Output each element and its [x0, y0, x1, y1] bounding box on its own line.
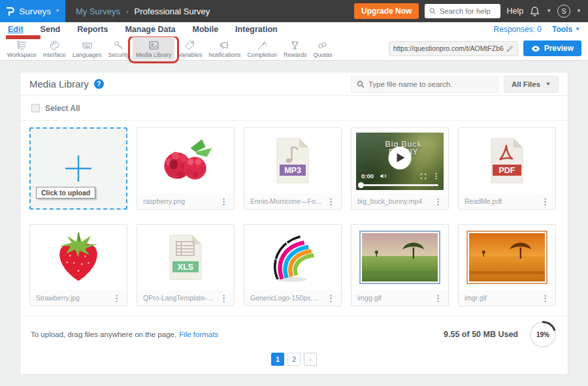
help-search-input[interactable]: [440, 7, 497, 15]
page-title: Media Library: [29, 78, 89, 89]
user-avatar[interactable]: S: [557, 5, 570, 18]
video-progress-bar[interactable]: [361, 184, 438, 186]
panel-header-actions: All Files ▼: [351, 76, 559, 93]
storage-percent: 19%: [529, 320, 557, 349]
tool-variables[interactable]: Variables: [174, 38, 205, 59]
tool-languages[interactable]: Languages: [69, 38, 105, 59]
play-button[interactable]: [389, 146, 412, 169]
tool-notifications[interactable]: Notifications: [205, 38, 244, 59]
tool-rewards[interactable]: Rewards: [280, 38, 310, 59]
video-controls: 0:00 ⋮: [361, 172, 440, 180]
palette-icon: [49, 40, 60, 51]
surveys-menu[interactable]: Surveys ▼: [0, 0, 65, 22]
file-name: imgg.gif: [357, 294, 430, 302]
kebab-menu-icon[interactable]: ⋮: [537, 294, 553, 302]
megaphone-icon: [219, 40, 230, 51]
media-tile-strawberry[interactable]: Strawberry.jpg ⋮: [29, 224, 127, 306]
help-link[interactable]: Help: [506, 7, 523, 16]
upload-tile[interactable]: Click to upload: [29, 127, 127, 210]
fullscreen-icon[interactable]: [420, 173, 427, 180]
kebab-menu-icon[interactable]: ⋮: [323, 197, 339, 206]
breadcrumb-my-surveys[interactable]: My Surveys: [76, 7, 120, 16]
survey-nav-tabs: Edit Send Reports Manage Data Mobile Int…: [8, 25, 278, 34]
page-button-2[interactable]: 2: [287, 353, 301, 366]
nav-tab-manage-data[interactable]: Manage Data: [125, 25, 175, 34]
breadcrumb-current-survey: Professional Survey: [135, 7, 210, 16]
file-formats-link[interactable]: File formats: [179, 330, 218, 338]
video-time: 0:00: [361, 172, 374, 180]
nav-right: Responses: 0 Tools▼: [494, 25, 580, 34]
xls-file-thumbnail: XLS: [137, 225, 234, 290]
chevron-down-icon: ▼: [55, 8, 60, 14]
file-name: ReadMe.pdf: [465, 197, 537, 205]
all-files-filter[interactable]: All Files ▼: [504, 76, 559, 93]
pdf-file-thumbnail: PDF: [459, 128, 555, 193]
nav-tab-integration[interactable]: Integration: [235, 25, 278, 34]
help-question-icon[interactable]: ?: [94, 79, 104, 89]
magic-wand-icon: [257, 40, 268, 51]
media-tile-mp3[interactable]: MP3 Ennio-Morricone---For-A-... ⋮: [244, 127, 342, 210]
kebab-menu-icon[interactable]: ⋮: [216, 294, 232, 302]
notifications-bell-icon[interactable]: [529, 6, 540, 17]
survey-url-input[interactable]: [393, 44, 504, 52]
preview-button[interactable]: Preview: [523, 40, 581, 56]
page-button-1[interactable]: 1: [271, 353, 284, 366]
video-progress-knob[interactable]: [358, 182, 364, 188]
file-name: raspberry.png: [143, 197, 216, 205]
tool-completion[interactable]: Completion: [244, 38, 280, 59]
tool-security[interactable]: Security: [105, 38, 133, 59]
media-tile-xls[interactable]: XLS QPro-LangTemplate-April... ⋮: [137, 224, 235, 306]
plus-icon: [65, 155, 92, 182]
header-actions: Upgrade Now Help ▼ S ▼: [354, 3, 588, 19]
media-tile-imgr[interactable]: imgr.gif ⋮: [458, 224, 556, 306]
mp3-file-thumbnail: MP3: [244, 128, 341, 193]
avatar-initial: S: [562, 7, 566, 15]
video-player: Big BuckBUNNY 0:00 ⋮: [356, 133, 444, 190]
file-name: Strawberry.jpg: [36, 294, 108, 302]
kebab-menu-icon[interactable]: ⋮: [323, 294, 339, 302]
edit-toolbar: Workspace Interface Languages Security M…: [0, 37, 588, 61]
file-search-input[interactable]: [368, 80, 493, 88]
chevron-down-icon: ▼: [546, 82, 551, 87]
tool-workspace[interactable]: Workspace: [4, 38, 40, 59]
select-all-checkbox[interactable]: [31, 104, 40, 112]
tool-interface[interactable]: Interface: [40, 38, 69, 59]
tool-media-library[interactable]: Media Library: [133, 38, 175, 59]
upgrade-now-button[interactable]: Upgrade Now: [354, 3, 419, 19]
kebab-menu-icon[interactable]: ⋮: [537, 197, 553, 206]
nav-tab-edit[interactable]: Edit: [8, 25, 24, 34]
nav-tab-send[interactable]: Send: [41, 25, 61, 34]
nav-tab-reports[interactable]: Reports: [77, 25, 108, 34]
pagination: 1 2 ›: [20, 349, 568, 374]
trophy-icon: [289, 40, 301, 51]
chevron-down-icon: ▼: [575, 27, 580, 32]
next-page-button[interactable]: ›: [304, 353, 317, 366]
chevron-down-icon: ▼: [576, 8, 581, 14]
kebab-menu-icon[interactable]: ⋮: [430, 294, 446, 302]
volume-icon[interactable]: [380, 172, 387, 180]
media-tile-imgg[interactable]: imgg.gif ⋮: [351, 224, 449, 306]
kebab-menu-icon[interactable]: ⋮: [430, 197, 446, 206]
tag-icon: [184, 40, 195, 51]
media-tile-video[interactable]: Big BuckBUNNY 0:00 ⋮: [351, 127, 449, 210]
pencil-edit-icon[interactable]: [506, 45, 514, 52]
media-tile-raspberry[interactable]: raspberry.png ⋮: [137, 127, 235, 210]
media-tile-pdf[interactable]: PDF ReadMe.pdf ⋮: [458, 127, 556, 210]
kebab-menu-icon[interactable]: ⋮: [108, 294, 125, 302]
tool-quotas[interactable]: Quotas: [310, 38, 335, 59]
file-search-box[interactable]: [351, 76, 498, 93]
help-search-box[interactable]: [425, 4, 500, 18]
responses-count[interactable]: Responses: 0: [494, 25, 542, 34]
nav-tab-mobile[interactable]: Mobile: [193, 25, 219, 34]
kebab-menu-icon[interactable]: ⋮: [216, 197, 232, 206]
imgg-thumbnail: [351, 225, 448, 290]
video-kebab-icon[interactable]: ⋮: [433, 172, 440, 180]
tools-menu[interactable]: Tools▼: [552, 25, 580, 34]
top-header: Surveys ▼ My Surveys › Professional Surv…: [0, 0, 588, 22]
media-library-panel: Media Library ? All Files ▼ Select All: [20, 72, 568, 375]
page-content: Media Library ? All Files ▼ Select All: [0, 61, 588, 375]
breadcrumb-separator-icon: ›: [126, 7, 129, 15]
media-tile-generic-logo[interactable]: GenericLogo-150px.png ⋮: [244, 224, 342, 306]
key-icon: [113, 40, 124, 51]
raspberry-thumbnail: [137, 128, 234, 193]
